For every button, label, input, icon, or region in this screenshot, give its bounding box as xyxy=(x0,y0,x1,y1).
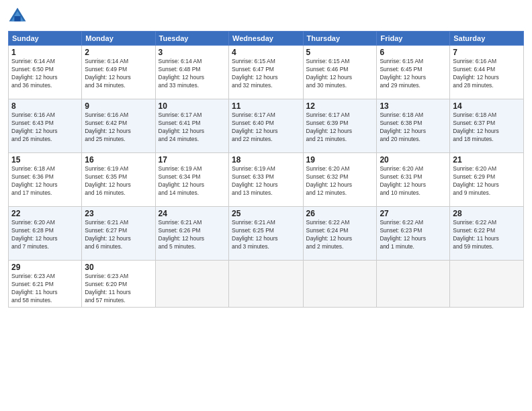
calendar-cell: 5Sunrise: 6:15 AM Sunset: 6:46 PM Daylig… xyxy=(303,46,377,99)
calendar-cell: 14Sunrise: 6:18 AM Sunset: 6:37 PM Dayli… xyxy=(450,99,524,153)
calendar-cell: 23Sunrise: 6:21 AM Sunset: 6:27 PM Dayli… xyxy=(82,207,155,261)
calendar-cell xyxy=(155,261,228,308)
calendar-table: SundayMondayTuesdayWednesdayThursdayFrid… xyxy=(8,31,524,308)
weekday-header: Thursday xyxy=(303,32,377,46)
weekday-header: Wednesday xyxy=(229,32,304,46)
day-number: 17 xyxy=(159,155,226,165)
day-number: 2 xyxy=(85,48,152,57)
day-number: 23 xyxy=(85,209,152,218)
day-info: Sunrise: 6:16 AM Sunset: 6:43 PM Dayligh… xyxy=(11,111,79,144)
day-number: 18 xyxy=(232,155,300,165)
calendar-cell: 30Sunrise: 6:23 AM Sunset: 6:20 PM Dayli… xyxy=(82,261,155,308)
day-info: Sunrise: 6:14 AM Sunset: 6:49 PM Dayligh… xyxy=(85,58,152,90)
day-info: Sunrise: 6:20 AM Sunset: 6:29 PM Dayligh… xyxy=(453,165,521,197)
day-number: 22 xyxy=(11,209,79,218)
calendar-cell: 1Sunrise: 6:14 AM Sunset: 6:50 PM Daylig… xyxy=(9,46,82,99)
day-number: 3 xyxy=(159,48,226,57)
day-number: 5 xyxy=(306,48,374,57)
day-number: 11 xyxy=(232,101,300,111)
day-number: 24 xyxy=(159,209,226,218)
day-number: 6 xyxy=(380,48,447,57)
calendar-cell: 11Sunrise: 6:17 AM Sunset: 6:40 PM Dayli… xyxy=(229,99,304,153)
day-info: Sunrise: 6:19 AM Sunset: 6:35 PM Dayligh… xyxy=(85,165,152,197)
calendar-cell xyxy=(229,261,304,308)
day-info: Sunrise: 6:14 AM Sunset: 6:50 PM Dayligh… xyxy=(11,58,79,90)
calendar-cell: 2Sunrise: 6:14 AM Sunset: 6:49 PM Daylig… xyxy=(82,46,155,99)
day-number: 7 xyxy=(453,48,521,57)
calendar-cell: 19Sunrise: 6:20 AM Sunset: 6:32 PM Dayli… xyxy=(303,153,377,207)
calendar-cell xyxy=(303,261,377,308)
day-number: 14 xyxy=(453,101,521,111)
calendar-cell: 12Sunrise: 6:17 AM Sunset: 6:39 PM Dayli… xyxy=(303,99,377,153)
day-info: Sunrise: 6:18 AM Sunset: 6:38 PM Dayligh… xyxy=(380,111,447,144)
calendar-cell: 29Sunrise: 6:23 AM Sunset: 6:21 PM Dayli… xyxy=(9,261,82,308)
day-info: Sunrise: 6:18 AM Sunset: 6:36 PM Dayligh… xyxy=(11,165,79,197)
day-info: Sunrise: 6:18 AM Sunset: 6:37 PM Dayligh… xyxy=(453,111,521,144)
calendar-cell: 10Sunrise: 6:17 AM Sunset: 6:41 PM Dayli… xyxy=(155,99,228,153)
day-number: 25 xyxy=(232,209,300,218)
day-info: Sunrise: 6:23 AM Sunset: 6:21 PM Dayligh… xyxy=(11,273,79,305)
weekday-header: Saturday xyxy=(450,32,524,46)
calendar-cell: 3Sunrise: 6:14 AM Sunset: 6:48 PM Daylig… xyxy=(155,46,228,99)
day-info: Sunrise: 6:19 AM Sunset: 6:33 PM Dayligh… xyxy=(232,165,300,197)
logo xyxy=(8,7,28,26)
day-info: Sunrise: 6:16 AM Sunset: 6:42 PM Dayligh… xyxy=(85,111,152,144)
day-info: Sunrise: 6:16 AM Sunset: 6:44 PM Dayligh… xyxy=(453,58,521,90)
calendar-cell: 8Sunrise: 6:16 AM Sunset: 6:43 PM Daylig… xyxy=(9,99,82,153)
day-number: 15 xyxy=(11,155,79,165)
day-number: 26 xyxy=(306,209,374,218)
calendar-cell: 4Sunrise: 6:15 AM Sunset: 6:47 PM Daylig… xyxy=(229,46,304,99)
day-info: Sunrise: 6:21 AM Sunset: 6:27 PM Dayligh… xyxy=(85,219,152,251)
day-number: 10 xyxy=(159,101,226,111)
calendar-week-row: 15Sunrise: 6:18 AM Sunset: 6:36 PM Dayli… xyxy=(9,153,524,207)
calendar-cell: 21Sunrise: 6:20 AM Sunset: 6:29 PM Dayli… xyxy=(450,153,524,207)
calendar-cell: 16Sunrise: 6:19 AM Sunset: 6:35 PM Dayli… xyxy=(82,153,155,207)
day-info: Sunrise: 6:14 AM Sunset: 6:48 PM Dayligh… xyxy=(159,58,226,90)
calendar-cell: 9Sunrise: 6:16 AM Sunset: 6:42 PM Daylig… xyxy=(82,99,155,153)
day-number: 27 xyxy=(380,209,447,218)
calendar-cell: 13Sunrise: 6:18 AM Sunset: 6:38 PM Dayli… xyxy=(377,99,450,153)
calendar-cell: 17Sunrise: 6:19 AM Sunset: 6:34 PM Dayli… xyxy=(155,153,228,207)
day-number: 4 xyxy=(232,48,300,57)
calendar-cell: 18Sunrise: 6:19 AM Sunset: 6:33 PM Dayli… xyxy=(229,153,304,207)
day-number: 28 xyxy=(453,209,521,218)
weekday-header: Monday xyxy=(82,32,155,46)
day-info: Sunrise: 6:20 AM Sunset: 6:31 PM Dayligh… xyxy=(380,165,447,197)
page-header xyxy=(8,7,524,26)
day-number: 1 xyxy=(11,48,79,57)
day-info: Sunrise: 6:22 AM Sunset: 6:23 PM Dayligh… xyxy=(380,219,447,251)
calendar-cell: 28Sunrise: 6:22 AM Sunset: 6:22 PM Dayli… xyxy=(450,207,524,261)
calendar-cell xyxy=(450,261,524,308)
day-info: Sunrise: 6:17 AM Sunset: 6:39 PM Dayligh… xyxy=(306,111,374,144)
day-number: 12 xyxy=(306,101,374,111)
day-info: Sunrise: 6:22 AM Sunset: 6:22 PM Dayligh… xyxy=(453,219,521,251)
calendar-week-row: 22Sunrise: 6:20 AM Sunset: 6:28 PM Dayli… xyxy=(9,207,524,261)
calendar-cell xyxy=(377,261,450,308)
day-number: 13 xyxy=(380,101,447,111)
calendar-cell: 7Sunrise: 6:16 AM Sunset: 6:44 PM Daylig… xyxy=(450,46,524,99)
day-info: Sunrise: 6:15 AM Sunset: 6:46 PM Dayligh… xyxy=(306,58,374,90)
day-number: 30 xyxy=(85,263,152,272)
day-number: 8 xyxy=(11,101,79,111)
day-info: Sunrise: 6:17 AM Sunset: 6:41 PM Dayligh… xyxy=(159,111,226,144)
day-info: Sunrise: 6:20 AM Sunset: 6:32 PM Dayligh… xyxy=(306,165,374,197)
calendar-cell: 20Sunrise: 6:20 AM Sunset: 6:31 PM Dayli… xyxy=(377,153,450,207)
calendar-header-row: SundayMondayTuesdayWednesdayThursdayFrid… xyxy=(9,32,524,46)
day-number: 16 xyxy=(85,155,152,165)
weekday-header: Tuesday xyxy=(155,32,228,46)
day-info: Sunrise: 6:19 AM Sunset: 6:34 PM Dayligh… xyxy=(159,165,226,197)
day-number: 20 xyxy=(380,155,447,165)
day-number: 29 xyxy=(11,263,79,272)
day-info: Sunrise: 6:15 AM Sunset: 6:47 PM Dayligh… xyxy=(232,58,300,90)
page-container: SundayMondayTuesdayWednesdayThursdayFrid… xyxy=(0,0,532,411)
weekday-header: Friday xyxy=(377,32,450,46)
day-number: 19 xyxy=(306,155,374,165)
day-info: Sunrise: 6:15 AM Sunset: 6:45 PM Dayligh… xyxy=(380,58,447,90)
weekday-header: Sunday xyxy=(9,32,82,46)
day-info: Sunrise: 6:21 AM Sunset: 6:25 PM Dayligh… xyxy=(232,219,300,251)
day-number: 9 xyxy=(85,101,152,111)
day-info: Sunrise: 6:20 AM Sunset: 6:28 PM Dayligh… xyxy=(11,219,79,251)
calendar-cell: 15Sunrise: 6:18 AM Sunset: 6:36 PM Dayli… xyxy=(9,153,82,207)
calendar-cell: 24Sunrise: 6:21 AM Sunset: 6:26 PM Dayli… xyxy=(155,207,228,261)
calendar-cell: 22Sunrise: 6:20 AM Sunset: 6:28 PM Dayli… xyxy=(9,207,82,261)
